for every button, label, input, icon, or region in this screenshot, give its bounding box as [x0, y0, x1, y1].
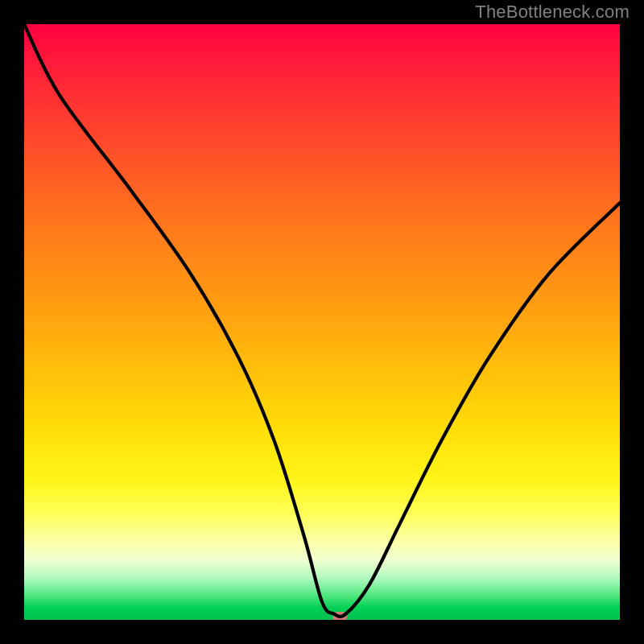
chart-frame: TheBottleneck.com: [0, 0, 644, 644]
watermark-text: TheBottleneck.com: [475, 2, 630, 23]
plot-area: [24, 24, 620, 620]
bottleneck-curve: [24, 24, 620, 620]
